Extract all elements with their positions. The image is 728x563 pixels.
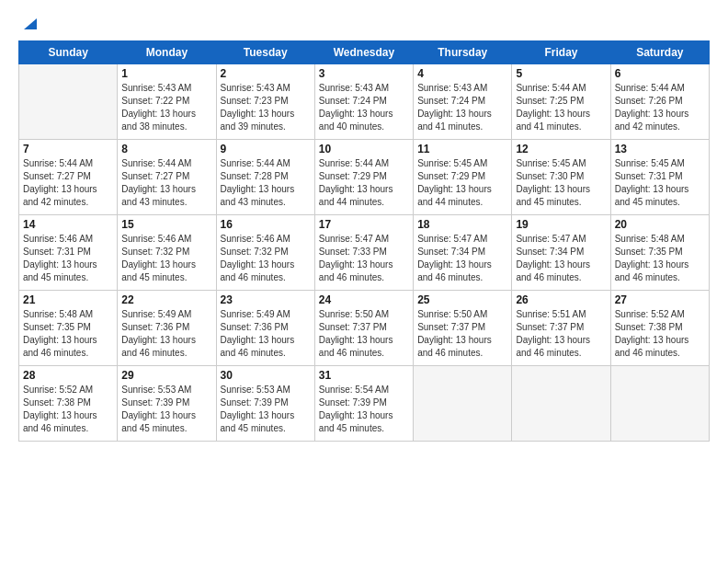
calendar-dow-sunday: Sunday <box>19 41 118 64</box>
day-number: 6 <box>615 67 705 80</box>
day-info: Sunrise: 5:45 AM Sunset: 7:30 PM Dayligh… <box>516 157 606 209</box>
day-info: Sunrise: 5:48 AM Sunset: 7:35 PM Dayligh… <box>23 308 113 360</box>
day-number: 24 <box>319 293 409 306</box>
day-info: Sunrise: 5:49 AM Sunset: 7:36 PM Dayligh… <box>221 308 311 360</box>
day-number: 7 <box>23 143 113 155</box>
calendar-week-row: 14Sunrise: 5:46 AM Sunset: 7:31 PM Dayli… <box>19 215 710 291</box>
day-info: Sunrise: 5:43 AM Sunset: 7:24 PM Dayligh… <box>417 82 507 133</box>
calendar-cell <box>19 64 118 140</box>
day-info: Sunrise: 5:46 AM Sunset: 7:32 PM Dayligh… <box>221 233 311 284</box>
calendar-week-row: 7Sunrise: 5:44 AM Sunset: 7:27 PM Daylig… <box>19 140 710 215</box>
calendar-cell: 13Sunrise: 5:45 AM Sunset: 7:31 PM Dayli… <box>610 140 709 215</box>
logo-icon <box>20 17 40 31</box>
day-number: 13 <box>615 143 705 155</box>
calendar-cell: 9Sunrise: 5:44 AM Sunset: 7:28 PM Daylig… <box>216 140 314 215</box>
calendar-cell: 22Sunrise: 5:49 AM Sunset: 7:36 PM Dayli… <box>118 291 216 366</box>
day-number: 31 <box>319 369 409 382</box>
day-number: 10 <box>319 143 409 155</box>
calendar-table: SundayMondayTuesdayWednesdayThursdayFrid… <box>18 40 710 442</box>
day-info: Sunrise: 5:54 AM Sunset: 7:39 PM Dayligh… <box>319 384 409 435</box>
calendar-dow-saturday: Saturday <box>610 41 709 64</box>
calendar-cell: 18Sunrise: 5:47 AM Sunset: 7:34 PM Dayli… <box>414 215 512 291</box>
calendar-cell: 3Sunrise: 5:43 AM Sunset: 7:24 PM Daylig… <box>314 64 413 140</box>
day-number: 18 <box>417 218 507 231</box>
day-number: 29 <box>121 369 211 382</box>
day-number: 16 <box>221 218 311 231</box>
day-info: Sunrise: 5:44 AM Sunset: 7:29 PM Dayligh… <box>319 157 409 209</box>
calendar-cell: 14Sunrise: 5:46 AM Sunset: 7:31 PM Dayli… <box>19 215 118 291</box>
day-info: Sunrise: 5:48 AM Sunset: 7:35 PM Dayligh… <box>615 233 705 284</box>
calendar-cell: 19Sunrise: 5:47 AM Sunset: 7:34 PM Dayli… <box>512 215 610 291</box>
calendar-cell: 5Sunrise: 5:44 AM Sunset: 7:25 PM Daylig… <box>512 64 610 140</box>
day-number: 3 <box>319 67 409 80</box>
calendar-cell: 17Sunrise: 5:47 AM Sunset: 7:33 PM Dayli… <box>314 215 413 291</box>
day-info: Sunrise: 5:44 AM Sunset: 7:28 PM Dayligh… <box>221 157 311 209</box>
calendar-cell: 20Sunrise: 5:48 AM Sunset: 7:35 PM Dayli… <box>610 215 709 291</box>
day-number: 5 <box>516 67 606 80</box>
day-info: Sunrise: 5:46 AM Sunset: 7:32 PM Dayligh… <box>121 233 211 284</box>
day-info: Sunrise: 5:43 AM Sunset: 7:23 PM Dayligh… <box>221 82 311 133</box>
calendar-cell: 10Sunrise: 5:44 AM Sunset: 7:29 PM Dayli… <box>314 140 413 215</box>
day-info: Sunrise: 5:45 AM Sunset: 7:29 PM Dayligh… <box>417 157 507 209</box>
day-number: 1 <box>121 67 211 80</box>
header <box>18 17 710 31</box>
page: SundayMondayTuesdayWednesdayThursdayFrid… <box>0 0 728 563</box>
day-number: 14 <box>23 218 113 231</box>
day-number: 20 <box>615 218 705 231</box>
calendar-dow-wednesday: Wednesday <box>314 41 413 64</box>
calendar-cell: 23Sunrise: 5:49 AM Sunset: 7:36 PM Dayli… <box>216 291 314 366</box>
calendar-cell: 27Sunrise: 5:52 AM Sunset: 7:38 PM Dayli… <box>610 291 709 366</box>
day-info: Sunrise: 5:52 AM Sunset: 7:38 PM Dayligh… <box>615 308 705 360</box>
calendar-cell: 16Sunrise: 5:46 AM Sunset: 7:32 PM Dayli… <box>216 215 314 291</box>
day-info: Sunrise: 5:44 AM Sunset: 7:27 PM Dayligh… <box>23 157 113 209</box>
day-info: Sunrise: 5:43 AM Sunset: 7:24 PM Dayligh… <box>319 82 409 133</box>
day-info: Sunrise: 5:50 AM Sunset: 7:37 PM Dayligh… <box>417 308 507 360</box>
day-info: Sunrise: 5:44 AM Sunset: 7:25 PM Dayligh… <box>516 82 606 133</box>
day-info: Sunrise: 5:44 AM Sunset: 7:26 PM Dayligh… <box>615 82 705 133</box>
day-info: Sunrise: 5:51 AM Sunset: 7:37 PM Dayligh… <box>516 308 606 360</box>
day-number: 26 <box>516 293 606 306</box>
day-info: Sunrise: 5:49 AM Sunset: 7:36 PM Dayligh… <box>121 308 211 360</box>
calendar-cell: 4Sunrise: 5:43 AM Sunset: 7:24 PM Daylig… <box>414 64 512 140</box>
calendar-cell: 2Sunrise: 5:43 AM Sunset: 7:23 PM Daylig… <box>216 64 314 140</box>
calendar-cell: 28Sunrise: 5:52 AM Sunset: 7:38 PM Dayli… <box>19 366 118 442</box>
day-number: 28 <box>23 369 113 382</box>
calendar-cell: 11Sunrise: 5:45 AM Sunset: 7:29 PM Dayli… <box>414 140 512 215</box>
day-info: Sunrise: 5:47 AM Sunset: 7:34 PM Dayligh… <box>516 233 606 284</box>
calendar-cell: 30Sunrise: 5:53 AM Sunset: 7:39 PM Dayli… <box>216 366 314 442</box>
calendar-cell <box>610 366 709 442</box>
calendar-dow-tuesday: Tuesday <box>216 41 314 64</box>
day-info: Sunrise: 5:47 AM Sunset: 7:33 PM Dayligh… <box>319 233 409 284</box>
day-info: Sunrise: 5:44 AM Sunset: 7:27 PM Dayligh… <box>121 157 211 209</box>
day-info: Sunrise: 5:43 AM Sunset: 7:22 PM Dayligh… <box>121 82 211 133</box>
day-info: Sunrise: 5:53 AM Sunset: 7:39 PM Dayligh… <box>121 384 211 435</box>
day-number: 19 <box>516 218 606 231</box>
calendar-dow-friday: Friday <box>512 41 610 64</box>
day-number: 2 <box>221 67 311 80</box>
day-number: 25 <box>417 293 507 306</box>
calendar-cell: 7Sunrise: 5:44 AM Sunset: 7:27 PM Daylig… <box>19 140 118 215</box>
logo <box>18 17 40 31</box>
calendar-dow-monday: Monday <box>118 41 216 64</box>
calendar-cell: 31Sunrise: 5:54 AM Sunset: 7:39 PM Dayli… <box>314 366 413 442</box>
calendar-cell: 1Sunrise: 5:43 AM Sunset: 7:22 PM Daylig… <box>118 64 216 140</box>
day-info: Sunrise: 5:50 AM Sunset: 7:37 PM Dayligh… <box>319 308 409 360</box>
day-number: 15 <box>121 218 211 231</box>
calendar-cell: 29Sunrise: 5:53 AM Sunset: 7:39 PM Dayli… <box>118 366 216 442</box>
svg-marker-0 <box>24 18 37 29</box>
day-info: Sunrise: 5:52 AM Sunset: 7:38 PM Dayligh… <box>23 384 113 435</box>
day-number: 23 <box>221 293 311 306</box>
calendar-cell: 15Sunrise: 5:46 AM Sunset: 7:32 PM Dayli… <box>118 215 216 291</box>
day-number: 17 <box>319 218 409 231</box>
day-info: Sunrise: 5:46 AM Sunset: 7:31 PM Dayligh… <box>23 233 113 284</box>
calendar-cell: 24Sunrise: 5:50 AM Sunset: 7:37 PM Dayli… <box>314 291 413 366</box>
calendar-cell: 26Sunrise: 5:51 AM Sunset: 7:37 PM Dayli… <box>512 291 610 366</box>
day-number: 9 <box>221 143 311 155</box>
calendar-week-row: 28Sunrise: 5:52 AM Sunset: 7:38 PM Dayli… <box>19 366 710 442</box>
day-number: 22 <box>121 293 211 306</box>
calendar-cell: 8Sunrise: 5:44 AM Sunset: 7:27 PM Daylig… <box>118 140 216 215</box>
calendar-cell: 6Sunrise: 5:44 AM Sunset: 7:26 PM Daylig… <box>610 64 709 140</box>
calendar-dow-thursday: Thursday <box>414 41 512 64</box>
calendar-cell <box>414 366 512 442</box>
calendar-week-row: 1Sunrise: 5:43 AM Sunset: 7:22 PM Daylig… <box>19 64 710 140</box>
